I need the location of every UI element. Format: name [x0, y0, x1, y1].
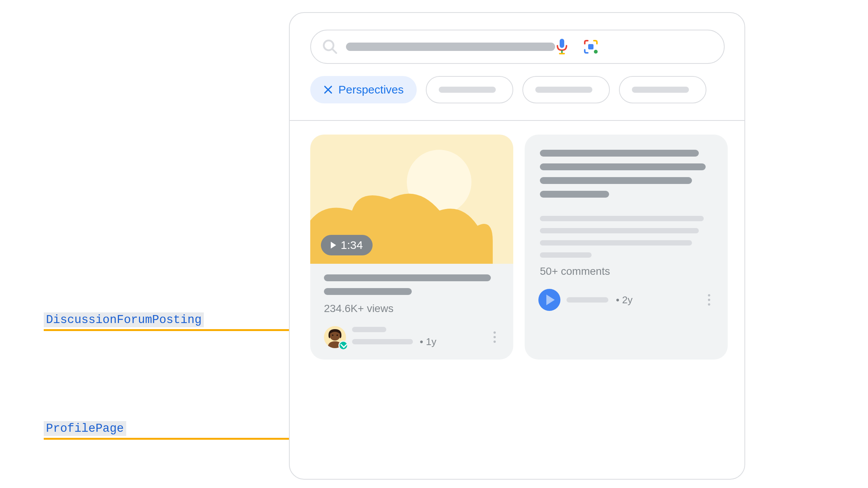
author-name-block: • 1y — [352, 327, 484, 348]
device-frame: Perspectives 1:34 — [289, 12, 745, 480]
author-name-line — [352, 327, 386, 332]
annotation-line-2 — [44, 438, 327, 440]
video-duration-badge: 1:34 — [321, 235, 373, 255]
post-title-2 — [540, 163, 706, 170]
post-result-card[interactable]: 50+ comments • 2y — [525, 135, 728, 360]
post-snippet-3 — [540, 240, 692, 246]
post-card-body: 50+ comments — [525, 135, 728, 277]
source-play-icon[interactable] — [538, 289, 560, 311]
play-icon — [331, 242, 336, 249]
annotation-discussion: DiscussionForumPosting — [44, 312, 204, 327]
lens-icon[interactable] — [582, 38, 599, 55]
chip-perspectives-label: Perspectives — [338, 83, 404, 96]
divider — [290, 120, 744, 121]
svg-line-1 — [332, 49, 336, 53]
annotation-discussion-label: DiscussionForumPosting — [44, 312, 204, 327]
title-line-1 — [324, 274, 491, 281]
source-name-line — [567, 297, 608, 303]
video-views: 234.6K+ views — [324, 303, 500, 315]
video-thumbnail: 1:34 — [310, 135, 513, 264]
video-card-body: 234.6K+ views — [310, 264, 513, 315]
annotation-profile: ProfilePage — [44, 421, 126, 436]
verified-badge-icon — [338, 341, 348, 350]
search-placeholder — [346, 43, 555, 51]
post-snippet-4 — [540, 252, 592, 258]
search-icon — [322, 38, 338, 55]
svg-rect-5 — [588, 44, 593, 49]
video-kebab-menu[interactable] — [490, 328, 500, 347]
filter-chips: Perspectives — [310, 76, 745, 103]
svg-point-12 — [336, 334, 338, 336]
chip-placeholder-2[interactable] — [522, 76, 610, 103]
post-title-3 — [540, 177, 692, 184]
post-age: • 2y — [616, 294, 633, 306]
author-sub-line — [352, 339, 413, 344]
post-title-1 — [540, 150, 699, 157]
post-kebab-menu[interactable] — [704, 290, 714, 309]
chip-placeholder-1[interactable] — [426, 76, 513, 103]
post-title-4 — [540, 191, 609, 198]
title-line-2 — [324, 288, 412, 295]
video-author-row: • 1y — [310, 326, 513, 348]
annotation-profile-label: ProfilePage — [44, 421, 126, 436]
chip-placeholder-3[interactable] — [619, 76, 706, 103]
search-bar[interactable] — [310, 30, 725, 64]
post-author-row: • 2y — [525, 289, 728, 311]
result-cards: 1:34 234.6K+ views — [310, 135, 728, 360]
chip-perspectives[interactable]: Perspectives — [310, 76, 417, 103]
video-age: • 1y — [420, 336, 436, 348]
post-comments: 50+ comments — [540, 265, 712, 277]
svg-point-6 — [594, 50, 598, 54]
svg-point-11 — [332, 334, 333, 336]
post-snippet-2 — [540, 228, 699, 233]
post-snippet-1 — [540, 216, 704, 221]
author-avatar[interactable] — [324, 326, 346, 348]
video-duration-text: 1:34 — [341, 239, 363, 252]
svg-rect-2 — [560, 39, 564, 48]
close-icon — [323, 85, 333, 95]
video-result-card[interactable]: 1:34 234.6K+ views — [310, 135, 513, 360]
mic-icon[interactable] — [555, 38, 569, 56]
